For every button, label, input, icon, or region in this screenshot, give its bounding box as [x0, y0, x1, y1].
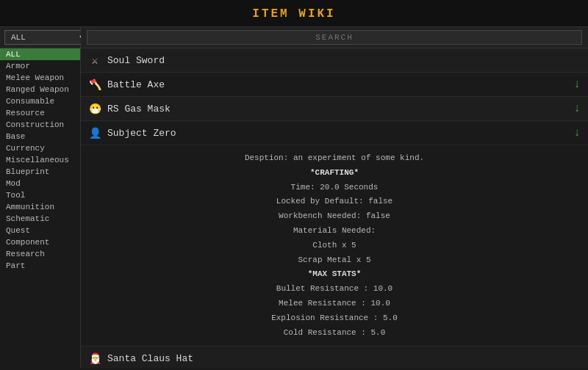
sword-icon: ⚔: [88, 54, 101, 67]
item-name: RS Gas Mask: [107, 104, 573, 115]
sidebar-item-ammunition[interactable]: Ammunition: [0, 201, 80, 213]
locked-default: Locked by Default: false: [93, 195, 576, 209]
character-icon: 👤: [88, 126, 101, 139]
sidebar-item-miscellaneous[interactable]: Miscellaneous: [0, 154, 80, 166]
sidebar-item-blueprint[interactable]: Blueprint: [0, 166, 80, 178]
mask-icon: 😷: [88, 102, 101, 115]
crafting-title: *CRAFTING*: [93, 166, 576, 181]
item-row: 🪓Battle Axe↓: [81, 73, 588, 97]
expand-arrow-icon[interactable]: ↓: [573, 78, 581, 91]
sidebar-item-quest[interactable]: Quest: [0, 225, 80, 236]
page-title: ITEM WIKI: [252, 7, 335, 21]
item-header-battle-axe[interactable]: 🪓Battle Axe↓: [81, 73, 588, 96]
expand-arrow-icon[interactable]: ↓: [573, 126, 581, 139]
sidebar-item-research[interactable]: Research: [0, 248, 80, 260]
item-name: Soul Sword: [107, 55, 581, 66]
item-name: Santa Claus Hat: [107, 353, 581, 364]
item-header-santa-claus-hat[interactable]: 🎅Santa Claus Hat: [81, 347, 588, 368]
sidebar-item-consumable[interactable]: Consumable: [0, 95, 80, 107]
item-detail-panel: Desption: an experiment of some kind.*CR…: [81, 145, 588, 346]
item-header-subject-zero[interactable]: 👤Subject Zero↓: [81, 121, 588, 145]
content-area: ⚔Soul Sword🪓Battle Axe↓😷RS Gas Mask↓👤Sub…: [81, 27, 588, 368]
sidebar-item-currency[interactable]: Currency: [0, 142, 80, 154]
sidebar: ALL Armor Melee Weapon Ranged Weapon Con…: [0, 27, 81, 368]
material-item: Cloth x 5: [93, 239, 576, 253]
crafting-time: Time: 20.0 Seconds: [93, 181, 576, 195]
stat-item: Explosion Resistance : 5.0: [93, 311, 576, 326]
expand-arrow-icon[interactable]: ↓: [573, 102, 581, 115]
hat-icon: 🎅: [88, 352, 101, 365]
item-name: Battle Axe: [107, 79, 573, 90]
items-list: ⚔Soul Sword🪓Battle Axe↓😷RS Gas Mask↓👤Sub…: [81, 48, 588, 368]
sidebar-item-base[interactable]: Base: [0, 131, 80, 142]
material-item: Scrap Metal x 5: [93, 253, 576, 268]
page-header: ITEM WIKI: [0, 0, 588, 27]
item-header-rs-gas-mask[interactable]: 😷RS Gas Mask↓: [81, 97, 588, 120]
materials-title: Materials Needed:: [93, 224, 576, 239]
sidebar-item-melee-weapon[interactable]: Melee Weapon: [0, 72, 80, 84]
item-row: ⚔Soul Sword: [81, 48, 588, 73]
stat-item: Bullet Resistance : 10.0: [93, 282, 576, 297]
sidebar-item-construction[interactable]: Construction: [0, 119, 80, 131]
item-header-soul-sword[interactable]: ⚔Soul Sword: [81, 48, 588, 72]
sidebar-item-component[interactable]: Component: [0, 236, 80, 248]
category-list: ALLArmorMelee WeaponRanged WeaponConsuma…: [0, 48, 80, 368]
sidebar-item-armor[interactable]: Armor: [0, 60, 80, 72]
sidebar-item-resource[interactable]: Resource: [0, 107, 80, 119]
sidebar-item-tool[interactable]: Tool: [0, 189, 80, 201]
filter-row: ALL Armor Melee Weapon Ranged Weapon Con…: [0, 27, 80, 48]
item-row: 👤Subject Zero↓Desption: an experiment of…: [81, 121, 588, 347]
sidebar-item-all[interactable]: ALL: [0, 48, 80, 60]
item-row: 🎅Santa Claus Hat: [81, 347, 588, 368]
stat-item: Cold Resistance : 5.0: [93, 326, 576, 341]
sidebar-item-part[interactable]: Part: [0, 260, 80, 272]
axe-icon: 🪓: [88, 78, 101, 91]
sidebar-item-mod[interactable]: Mod: [0, 178, 80, 189]
filter-dropdown[interactable]: ALL Armor Melee Weapon Ranged Weapon Con…: [4, 30, 90, 45]
search-bar: [81, 27, 588, 48]
item-row: 😷RS Gas Mask↓: [81, 97, 588, 121]
item-name: Subject Zero: [107, 128, 573, 139]
stat-item: Melee Resistance : 10.0: [93, 297, 576, 311]
sidebar-item-schematic[interactable]: Schematic: [0, 213, 80, 225]
search-input[interactable]: [87, 30, 582, 45]
max-stats-title: *MAX STATS*: [93, 267, 576, 282]
sidebar-item-ranged-weapon[interactable]: Ranged Weapon: [0, 84, 80, 95]
item-description: Desption: an experiment of some kind.: [93, 151, 576, 166]
workbench-needed: Workbench Needed: false: [93, 209, 576, 224]
